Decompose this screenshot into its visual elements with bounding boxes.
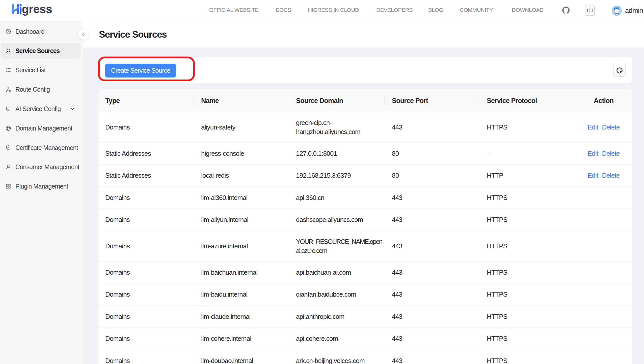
svg-text:gress: gress — [22, 3, 52, 16]
